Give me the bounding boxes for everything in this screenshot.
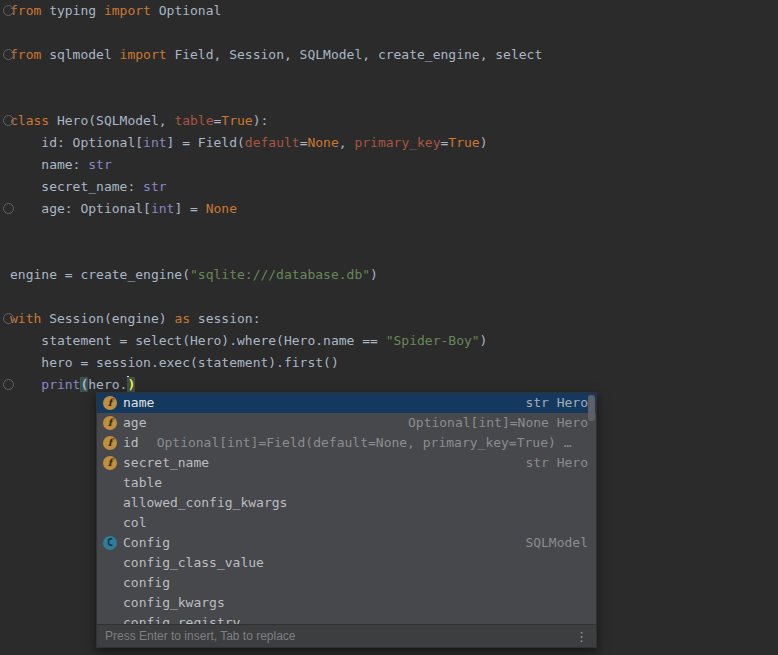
code-token: str bbox=[143, 179, 166, 194]
code-token: statement = select(Hero).where(Hero.name… bbox=[10, 333, 386, 348]
completion-item-type-hint: Optional[int]=None Hero bbox=[146, 413, 588, 433]
code-line[interactable]: hero = session.exec(statement).first() bbox=[10, 352, 778, 374]
code-token: class bbox=[10, 113, 49, 128]
completion-item-label: col bbox=[123, 513, 146, 533]
field-icon: f bbox=[103, 396, 117, 410]
code-token: from bbox=[10, 47, 41, 62]
code-token: "sqlite:///database.db" bbox=[190, 267, 370, 282]
code-token: Optional bbox=[151, 3, 221, 18]
code-line[interactable]: engine = create_engine("sqlite:///databa… bbox=[10, 264, 778, 286]
class-icon: C bbox=[103, 536, 117, 550]
code-line[interactable]: secret_name: str bbox=[10, 176, 778, 198]
completion-item-label: Config bbox=[123, 533, 170, 553]
code-line[interactable]: from typing import Optional bbox=[10, 0, 778, 22]
completion-item-type-hint: SQLModel bbox=[170, 533, 588, 553]
code-token: ) bbox=[127, 377, 135, 392]
code-token: hero. bbox=[88, 377, 127, 392]
code-token: print bbox=[41, 377, 80, 392]
code-token: int bbox=[143, 135, 166, 150]
completion-footer: Press Enter to insert, Tab to replace ⋮ bbox=[97, 624, 596, 647]
code-token: Session(engine) bbox=[41, 311, 174, 326]
completion-item[interactable]: fidOptional[int]=Field(default=None, pri… bbox=[97, 433, 596, 453]
code-token: typing bbox=[41, 3, 104, 18]
completion-item-label: secret_name bbox=[123, 453, 209, 473]
completion-item[interactable]: fnamestr Hero bbox=[97, 393, 596, 413]
completion-item[interactable]: table bbox=[97, 473, 596, 493]
gutter-icon[interactable] bbox=[3, 313, 14, 324]
code-line[interactable] bbox=[10, 286, 778, 308]
completion-item[interactable]: config_kwargs bbox=[97, 593, 596, 613]
code-token: ) bbox=[480, 333, 488, 348]
code-line[interactable] bbox=[10, 66, 778, 88]
code-line[interactable]: name: str bbox=[10, 154, 778, 176]
code-token: None bbox=[307, 135, 338, 150]
code-token: sqlmodel bbox=[41, 47, 119, 62]
code-token: Field, Session, SQLModel, create_engine,… bbox=[167, 47, 543, 62]
code-line[interactable] bbox=[10, 220, 778, 242]
more-options-icon[interactable]: ⋮ bbox=[575, 630, 588, 643]
code-token: , bbox=[339, 135, 355, 150]
code-token: ] = Field( bbox=[167, 135, 245, 150]
gutter-icon[interactable] bbox=[3, 5, 14, 16]
completion-item-label: table bbox=[123, 473, 162, 493]
code-token: True bbox=[448, 135, 479, 150]
completion-item[interactable]: col bbox=[97, 513, 596, 533]
gutter-icon[interactable] bbox=[3, 115, 14, 126]
code-token: ) bbox=[480, 135, 488, 150]
completion-item-label: allowed_config_kwargs bbox=[123, 493, 287, 513]
code-token: session: bbox=[190, 311, 260, 326]
code-line[interactable] bbox=[10, 88, 778, 110]
code-token: ] = bbox=[174, 201, 205, 216]
code-line[interactable]: class Hero(SQLModel, table=True): bbox=[10, 110, 778, 132]
completion-item[interactable]: fageOptional[int]=None Hero bbox=[97, 413, 596, 433]
completion-item-label: id bbox=[123, 433, 139, 453]
code-token: as bbox=[174, 311, 190, 326]
code-line[interactable] bbox=[10, 242, 778, 264]
completion-item[interactable]: fsecret_namestr Hero bbox=[97, 453, 596, 473]
completion-item-label: age bbox=[123, 413, 146, 433]
code-line[interactable]: with Session(engine) as session: bbox=[10, 308, 778, 330]
code-token: from bbox=[10, 3, 41, 18]
completion-item-label: config_kwargs bbox=[123, 593, 225, 613]
completion-item-label: name bbox=[123, 393, 154, 413]
code-line[interactable]: id: Optional[int] = Field(default=None, … bbox=[10, 132, 778, 154]
completion-item-label: config_class_value bbox=[123, 553, 264, 573]
code-token: int bbox=[151, 201, 174, 216]
field-icon: f bbox=[103, 456, 117, 470]
code-token: secret_name: bbox=[10, 179, 143, 194]
code-token: str bbox=[88, 157, 111, 172]
code-token: "Spider-Boy" bbox=[386, 333, 480, 348]
gutter-icon[interactable] bbox=[3, 203, 14, 214]
code-line[interactable]: from sqlmodel import Field, Session, SQL… bbox=[10, 44, 778, 66]
code-lines: from typing import Optionalfrom sqlmodel… bbox=[10, 0, 778, 396]
completion-item[interactable]: config bbox=[97, 573, 596, 593]
completion-item-signature: Optional[int]=Field(default=None, primar… bbox=[157, 433, 588, 453]
code-token: None bbox=[206, 201, 237, 216]
completion-item[interactable]: allowed_config_kwargs bbox=[97, 493, 596, 513]
popup-scrollbar-thumb[interactable] bbox=[588, 395, 595, 421]
code-token: ): bbox=[253, 113, 269, 128]
code-token: age: Optional[ bbox=[10, 201, 151, 216]
code-token: table bbox=[174, 113, 213, 128]
completion-item[interactable]: CConfigSQLModel bbox=[97, 533, 596, 553]
code-token: True bbox=[221, 113, 252, 128]
field-icon: f bbox=[103, 416, 117, 430]
completion-list: fnamestr HerofageOptional[int]=None Hero… bbox=[97, 393, 596, 625]
field-icon: f bbox=[103, 436, 117, 450]
code-token: import bbox=[120, 47, 167, 62]
completion-popup: fnamestr HerofageOptional[int]=None Hero… bbox=[96, 392, 597, 648]
code-token: Hero(SQLModel, bbox=[49, 113, 174, 128]
code-token bbox=[10, 377, 41, 392]
code-line[interactable] bbox=[10, 22, 778, 44]
code-token: import bbox=[104, 3, 151, 18]
gutter-icon[interactable] bbox=[3, 379, 14, 390]
code-token: ) bbox=[370, 267, 378, 282]
code-line[interactable]: statement = select(Hero).where(Hero.name… bbox=[10, 330, 778, 352]
code-line[interactable]: age: Optional[int] = None bbox=[10, 198, 778, 220]
completion-item[interactable]: config_class_value bbox=[97, 553, 596, 573]
completion-footer-hint: Press Enter to insert, Tab to replace bbox=[105, 629, 575, 643]
gutter-icon[interactable] bbox=[3, 49, 14, 60]
code-token: name: bbox=[10, 157, 88, 172]
completion-item-label: config bbox=[123, 573, 170, 593]
code-token: engine = create_engine( bbox=[10, 267, 190, 282]
